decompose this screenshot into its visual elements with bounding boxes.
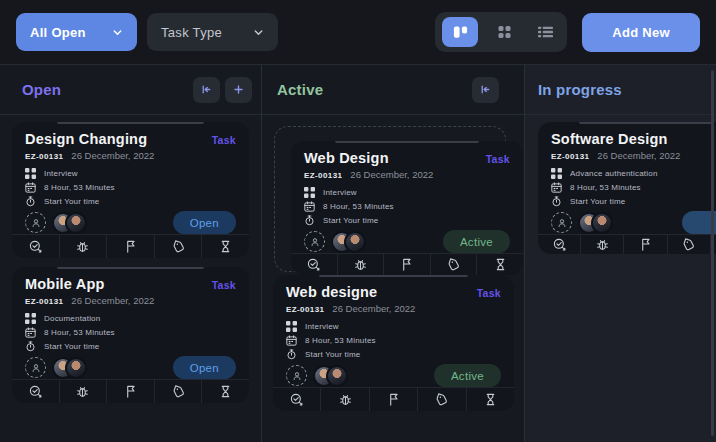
task-check-icon	[553, 238, 566, 251]
column-in-progress-header: In progress	[525, 65, 716, 115]
collapse-column-button[interactable]	[193, 77, 220, 103]
card-timer-text: Start Your time	[44, 342, 99, 351]
bug-button[interactable]	[59, 235, 107, 258]
list-view-button[interactable]	[530, 17, 560, 47]
card-type-label: Task	[212, 279, 236, 291]
flag-icon	[124, 385, 137, 398]
plus-icon	[232, 83, 245, 96]
filter-dropdown-label: All Open	[30, 25, 86, 40]
task-check-button[interactable]	[12, 380, 59, 403]
tag-button[interactable]	[417, 388, 465, 411]
column-active-body: Web Design Task EZ-00131 26 December, 20…	[262, 115, 524, 411]
kanban-app: All Open Task Type Add New Open	[0, 0, 716, 442]
task-card[interactable]: Web designe Task EZ-00131 26 December, 2…	[273, 275, 514, 411]
flag-button[interactable]	[106, 235, 154, 258]
avatar	[326, 365, 348, 387]
person-add-icon	[557, 218, 567, 228]
person-add-icon	[31, 218, 41, 228]
grid-view-button[interactable]	[489, 17, 519, 47]
task-type-dropdown-label: Task Type	[161, 25, 222, 40]
tag-icon	[447, 258, 460, 271]
card-header: Software Design	[551, 131, 716, 147]
column-in-progress-body: Software Design EZ-00131 26 December, 20…	[525, 115, 716, 254]
card-actions	[12, 379, 249, 403]
task-check-button[interactable]	[291, 254, 337, 275]
card-meta: Interview 8 Hour, 53 Minutes Start Your …	[25, 168, 236, 207]
calendar-icon	[286, 335, 297, 346]
bug-button[interactable]	[59, 380, 107, 403]
bug-button[interactable]	[337, 254, 384, 275]
card-id-row: EZ-00131 26 December, 2022	[551, 150, 716, 161]
column-open-body: Design Changing Task EZ-00131 26 Decembe…	[0, 115, 261, 403]
task-card[interactable]: Web Design Task EZ-00131 26 December, 20…	[291, 141, 523, 275]
hourglass-button[interactable]	[476, 254, 523, 275]
tag-button[interactable]	[430, 254, 477, 275]
card-category-row: Interview	[25, 168, 236, 179]
task-check-button[interactable]	[538, 235, 580, 254]
card-assignees: Active	[304, 230, 510, 253]
card-assignees: Open	[25, 356, 236, 379]
column-active: Active Web Design Task	[262, 65, 525, 442]
tag-button[interactable]	[154, 380, 202, 403]
card-date: 26 December, 2022	[597, 150, 680, 161]
person-add-icon	[31, 363, 41, 373]
card-meta: Interview 8 Hour, 53 Minutes Start Your …	[286, 321, 501, 360]
column-open-actions	[193, 77, 252, 103]
add-new-button[interactable]: Add New	[582, 13, 700, 52]
flag-button[interactable]	[369, 388, 417, 411]
add-card-button[interactable]	[225, 77, 252, 103]
tag-icon	[435, 393, 448, 406]
filter-dropdown[interactable]: All Open	[16, 13, 137, 51]
flag-button[interactable]	[106, 380, 154, 403]
card-duration-row: 8 Hour, 53 Minutes	[25, 182, 236, 193]
card-timer-row: Start Your time	[25, 341, 236, 352]
chevron-down-icon	[112, 27, 123, 38]
task-card[interactable]: Mobile App Task EZ-00131 26 December, 20…	[12, 267, 249, 403]
task-check-icon	[29, 240, 42, 253]
flag-button[interactable]	[623, 235, 666, 254]
card-timer-text: Start Your time	[323, 216, 378, 225]
card-timer-text: Start Your time	[305, 350, 360, 359]
status-button[interactable]: Open	[173, 211, 236, 234]
calendar-icon	[551, 182, 562, 193]
toolbar: All Open Task Type Add New	[0, 0, 716, 65]
card-duration: 8 Hour, 53 Minutes	[323, 202, 394, 211]
flag-button[interactable]	[383, 254, 430, 275]
add-assignee-button[interactable]	[25, 357, 46, 378]
task-check-button[interactable]	[273, 388, 320, 411]
card-header: Web Design Task	[304, 150, 510, 166]
bug-button[interactable]	[580, 235, 623, 254]
add-assignee-button[interactable]	[25, 212, 46, 233]
status-button[interactable]: Active	[443, 230, 510, 253]
add-assignee-button[interactable]	[551, 212, 572, 233]
card-duration-row: 8 Hour, 53 Minutes	[25, 327, 236, 338]
add-assignee-button[interactable]	[286, 365, 307, 386]
column-active-header: Active	[262, 65, 524, 115]
collapse-left-icon	[200, 83, 213, 96]
tag-button[interactable]	[154, 235, 202, 258]
kanban-board: Open Design Changing Task	[0, 65, 716, 442]
status-button[interactable]: Active	[434, 364, 501, 387]
add-assignee-button[interactable]	[304, 231, 325, 252]
tag-button[interactable]	[667, 235, 710, 254]
card-date: 26 December, 2022	[71, 295, 154, 306]
card-meta: Interview 8 Hour, 53 Minutes Start Your …	[304, 187, 510, 226]
task-type-dropdown[interactable]: Task Type	[147, 13, 278, 51]
card-category: Interview	[305, 322, 339, 331]
bug-button[interactable]	[320, 388, 368, 411]
status-button[interactable]: Open	[173, 356, 236, 379]
collapse-column-button[interactable]	[472, 77, 499, 103]
hourglass-button[interactable]	[466, 388, 514, 411]
card-timer-row: Start Your time	[286, 349, 501, 360]
hourglass-button[interactable]	[201, 235, 249, 258]
kanban-view-button[interactable]	[442, 17, 478, 47]
task-card[interactable]: Design Changing Task EZ-00131 26 Decembe…	[12, 122, 249, 258]
flag-icon	[124, 240, 137, 253]
task-card[interactable]: Software Design EZ-00131 26 December, 20…	[538, 122, 716, 254]
hourglass-button[interactable]	[201, 380, 249, 403]
vertical-scrollbar[interactable]	[711, 70, 714, 436]
avatar	[65, 212, 87, 234]
category-icon	[551, 168, 562, 179]
task-check-button[interactable]	[12, 235, 59, 258]
card-id: EZ-00131	[304, 171, 342, 180]
